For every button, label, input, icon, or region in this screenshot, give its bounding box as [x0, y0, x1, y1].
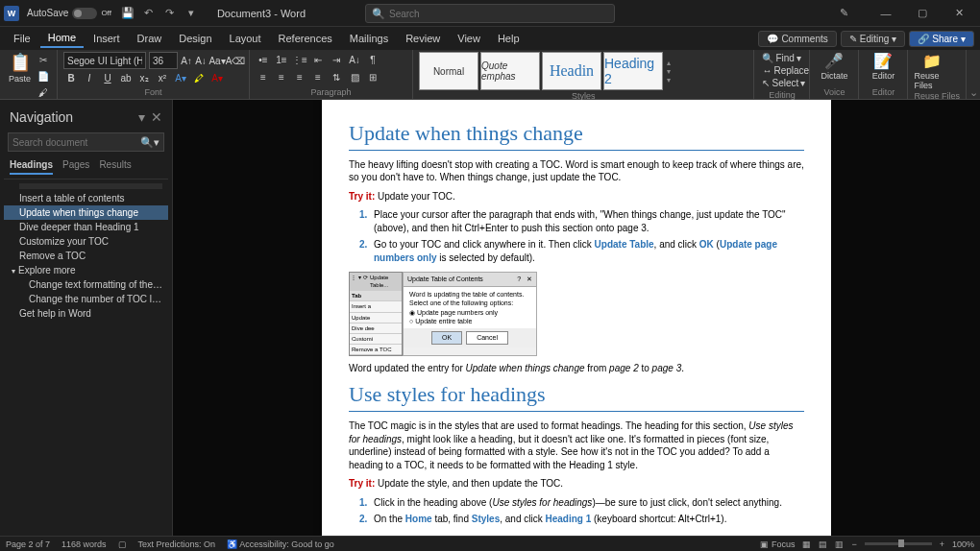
touch-mode-icon[interactable]: ✎ — [826, 1, 861, 26]
bold-icon[interactable]: B — [63, 70, 79, 85]
nav-item[interactable]: Insert a table of contents — [4, 191, 168, 205]
style-heading1[interactable]: Headin — [542, 52, 601, 90]
close-button[interactable]: ✕ — [942, 1, 976, 26]
select-button[interactable]: ↖Select▾ — [760, 77, 803, 89]
bullets-icon[interactable]: •≡ — [256, 52, 271, 67]
maximize-button[interactable]: ▢ — [905, 1, 940, 26]
heading[interactable]: Update when things change — [349, 119, 804, 151]
outdent-icon[interactable]: ⇤ — [310, 52, 326, 67]
align-right-icon[interactable]: ≡ — [292, 69, 307, 84]
styles-up-icon[interactable]: ▴ — [667, 59, 671, 67]
tab-draw[interactable]: Draw — [130, 30, 170, 47]
nav-search-input[interactable] — [12, 137, 140, 148]
paste-button[interactable]: 📋Paste — [6, 52, 34, 100]
nav-item[interactable]: Get help in Word — [4, 306, 168, 321]
zoom-out-icon[interactable]: − — [851, 539, 856, 549]
multilevel-icon[interactable]: ⋮≡ — [292, 52, 307, 67]
nav-close-icon[interactable]: ✕ — [151, 109, 162, 125]
format-painter-icon[interactable]: 🖌 — [36, 84, 51, 100]
nav-item[interactable]: Update when things change — [4, 205, 168, 220]
zoom-slider[interactable] — [865, 542, 932, 545]
font-color-icon[interactable]: A▾ — [209, 70, 225, 85]
qa-more-icon[interactable]: ▾ — [184, 7, 198, 20]
numbering-icon[interactable]: 1≡ — [274, 52, 289, 67]
nav-item[interactable]: Dive deeper than Heading 1 — [4, 220, 168, 234]
document-area[interactable]: Update when things change The heavy lift… — [173, 100, 980, 536]
search-input[interactable] — [389, 9, 608, 19]
nav-tab-pages[interactable]: Pages — [62, 159, 89, 175]
nav-item[interactable]: Explore more — [4, 263, 168, 277]
replace-button[interactable]: ↔Replace — [760, 64, 803, 77]
page-status[interactable]: Page 2 of 7 — [6, 539, 50, 549]
view-read-icon[interactable]: ▦ — [802, 539, 811, 549]
dictate-button[interactable]: 🎤Dictate — [816, 52, 852, 81]
tab-view[interactable]: View — [450, 30, 488, 47]
focus-mode[interactable]: ▣ Focus — [760, 539, 795, 549]
comments-button[interactable]: 💬 Comments — [758, 31, 836, 47]
superscript-icon[interactable]: x² — [155, 70, 170, 85]
zoom-in-icon[interactable]: + — [940, 539, 944, 549]
change-case-icon[interactable]: Aa▾ — [209, 53, 225, 68]
save-icon[interactable]: 💾 — [121, 7, 135, 20]
tab-mailings[interactable]: Mailings — [342, 30, 396, 47]
tab-design[interactable]: Design — [171, 30, 219, 47]
nav-item[interactable]: Change text formatting of the TO... — [4, 277, 168, 292]
font-select[interactable] — [63, 52, 146, 69]
highlight-icon[interactable]: 🖍 — [191, 70, 207, 85]
subscript-icon[interactable]: x₂ — [136, 70, 152, 85]
tab-layout[interactable]: Layout — [222, 30, 269, 47]
nav-search[interactable]: 🔍▾ — [8, 132, 164, 152]
tab-references[interactable]: References — [271, 30, 340, 47]
copy-icon[interactable]: 📄 — [36, 68, 51, 84]
collapse-ribbon-icon[interactable]: ⌄ — [967, 50, 980, 99]
accessibility[interactable]: ♿ Accessibility: Good to go — [227, 539, 334, 549]
tab-help[interactable]: Help — [490, 30, 527, 47]
borders-icon[interactable]: ⊞ — [365, 69, 380, 84]
styles-gallery[interactable]: Normal Quote emphas Headin Heading 2 ▴ ▾… — [419, 52, 747, 90]
styles-more-icon[interactable]: ▾ — [667, 76, 671, 84]
list-item[interactable]: Go to your TOC and click anywhere in it.… — [370, 238, 804, 264]
align-left-icon[interactable]: ≡ — [256, 69, 271, 84]
editing-button[interactable]: ✎ Editing ▾ — [841, 31, 906, 47]
clear-format-icon[interactable]: A⌫ — [228, 53, 243, 68]
paragraph[interactable]: The heavy lifting doesn't stop with crea… — [349, 158, 804, 184]
text-effects-icon[interactable]: A▾ — [173, 70, 188, 85]
heading[interactable]: Use styles for headings — [349, 380, 804, 412]
nav-tab-results[interactable]: Results — [99, 159, 131, 175]
align-center-icon[interactable]: ≡ — [274, 69, 289, 84]
view-print-icon[interactable]: ▤ — [819, 539, 827, 549]
page[interactable]: Update when things change The heavy lift… — [322, 100, 831, 536]
tab-insert[interactable]: Insert — [86, 30, 128, 47]
italic-icon[interactable]: I — [82, 70, 97, 85]
line-spacing-icon[interactable]: ⇅ — [329, 69, 344, 84]
tab-review[interactable]: Review — [398, 30, 448, 47]
nav-dropdown-icon[interactable]: ▾ — [138, 109, 145, 125]
style-normal[interactable]: Normal — [419, 52, 478, 90]
shrink-font-icon[interactable]: A↓ — [195, 53, 207, 68]
find-button[interactable]: 🔍Find▾ — [760, 52, 803, 64]
undo-icon[interactable]: ↶ — [142, 7, 156, 20]
tab-home[interactable]: Home — [40, 29, 84, 48]
shading-icon[interactable]: ▨ — [347, 69, 362, 84]
share-button[interactable]: 🔗 Share ▾ — [909, 31, 974, 47]
language-icon[interactable]: ▢ — [118, 539, 127, 549]
nav-item[interactable]: Customize your TOC — [4, 234, 168, 249]
nav-tab-headings[interactable]: Headings — [10, 159, 53, 175]
editor-button[interactable]: 📝Editor — [865, 52, 901, 81]
text-predictions[interactable]: Text Predictions: On — [138, 539, 216, 549]
styles-down-icon[interactable]: ▾ — [667, 67, 671, 76]
nav-item[interactable]: Change the number of TOC levels — [4, 292, 168, 306]
zoom-level[interactable]: 100% — [952, 539, 974, 549]
justify-icon[interactable]: ≡ — [310, 69, 326, 84]
search-box[interactable]: 🔍 — [365, 4, 615, 23]
cut-icon[interactable]: ✂ — [36, 52, 51, 67]
style-quote[interactable]: Quote emphas — [480, 52, 540, 90]
tab-file[interactable]: File — [6, 30, 38, 47]
nav-item[interactable] — [19, 183, 162, 189]
indent-icon[interactable]: ⇥ — [329, 52, 344, 67]
size-select[interactable] — [149, 52, 178, 69]
strike-icon[interactable]: ab — [118, 70, 134, 85]
nav-item[interactable]: Remove a TOC — [4, 249, 168, 263]
list-item[interactable]: Place your cursor after the paragraph th… — [370, 208, 804, 234]
sort-icon[interactable]: A↓ — [347, 52, 362, 67]
